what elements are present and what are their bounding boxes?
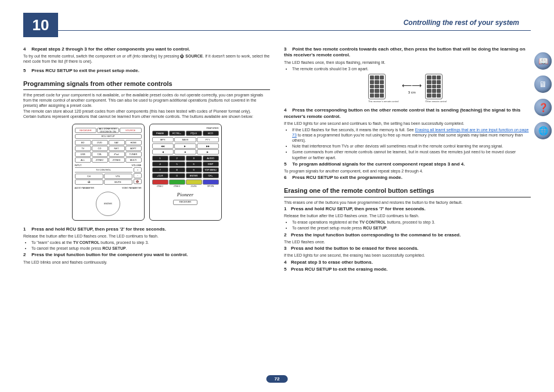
globe-icon[interactable]: 🌐 (534, 122, 552, 139)
heading-programming: Programming signals from other remote co… (23, 80, 270, 90)
heading-erasing: Erasing one of the remote control button… (284, 186, 531, 197)
link-erase-all[interactable]: Erasing all learnt settings that are in … (415, 128, 513, 132)
computer-icon[interactable]: 🖥 (534, 75, 552, 93)
double-arrow-icon: ⟵⟶ (402, 81, 422, 91)
step-4-body: To try out the remote control, switch th… (23, 53, 270, 64)
step-5: 5 Press RCU SETUP to exit the preset set… (23, 68, 270, 74)
e-step-1: 1Press and hold RCU SETUP, then press '7… (284, 206, 531, 212)
right-column: 3 Point the two remote controls towards … (284, 45, 531, 369)
r-step-6: 6 Press RCU SETUP to exit the programmin… (284, 175, 531, 181)
r-step-3-bullets: The remote controls should be 3 cm apart… (292, 66, 531, 71)
e-step-4: 4Repeat step 3 to erase other buttons. (284, 260, 531, 265)
prog-p3: Certain buttons represent operations tha… (23, 114, 270, 119)
prog-p1: If the preset code for your component is… (23, 92, 270, 108)
chapter-number-box: 10 (23, 13, 58, 37)
mini-remote-icon (368, 74, 386, 99)
e-step-1-body: Release the button after the LED flashes… (284, 213, 531, 218)
r-step-4-body: If the LED lights for one second and con… (284, 121, 531, 126)
prog-step-2: 2 Press the input function button for th… (23, 252, 270, 258)
r-step-3: 3 Point the two remote controls towards … (284, 46, 531, 59)
e-step-3: 3Press and hold the button to be erased … (284, 246, 531, 251)
step-4: 4 Repeat steps 2 through 3 for the other… (23, 46, 270, 52)
e-step-2-body: The LED flashes once. (284, 239, 531, 244)
remote-top-half: RECEIVER ALL ZONE STBY DISCRETE ON SOURC… (72, 124, 145, 221)
erase-p: This erases one of the buttons you have … (284, 200, 531, 205)
remote-bottom-half: FEATURES PHASE FCTRL+ PQLS ECO MPXBASSPT… (149, 124, 222, 221)
book-icon[interactable]: 📖 (534, 52, 552, 70)
prog-step-1-body: Release the button after the LED flashes… (23, 233, 270, 239)
r-step-4: 4 Press the corresponding button on the … (284, 107, 531, 120)
e-step-3-body: If the LED lights for one second, the er… (284, 253, 531, 258)
remote-illustration: RECEIVER ALL ZONE STBY DISCRETE ON SOURC… (23, 124, 270, 221)
chapter-title: Controlling the rest of your system (404, 19, 519, 27)
left-column: 4 Repeat steps 2 through 3 for the other… (23, 45, 270, 369)
r-step-5: 5 To program additional signals for the … (284, 161, 531, 167)
prog-p2: The remote can store about 120 preset co… (23, 109, 270, 114)
prog-step-1: 1 Press and hold RCU SETUP, then press '… (23, 226, 270, 232)
r-step-5-body: To program signals for another component… (284, 168, 531, 174)
help-icon[interactable]: ❓ (534, 99, 552, 116)
nav-icon-rail: 📖 🖥 ❓ 🌐 (534, 52, 552, 139)
page-number: 72 (267, 375, 288, 383)
r-step-3-body: The LED flashes once, then stops flashin… (284, 60, 531, 65)
remote-distance-diagram: This receiver's remote control ⟵⟶ 3 cm O… (284, 74, 531, 103)
e-step-5: 5Press RCU SETUP to exit the erasing mod… (284, 267, 531, 272)
e-step-1-bullets: To erase operations registered at the TV… (292, 220, 531, 231)
r-step-4-bullets: If the LED flashes for five seconds, it … (292, 127, 531, 160)
e-step-2: 2Press the input function button corresp… (284, 232, 531, 238)
prog-step-2-body: The LED blinks once and flashes continuo… (23, 260, 270, 265)
prog-step-1-bullets: To "learn" codes at the TV CONTROL butto… (31, 240, 270, 251)
dpad-icon (96, 192, 120, 216)
title-rule (58, 30, 531, 31)
manual-page: 10 Controlling the rest of your system 📖… (0, 0, 554, 392)
content-columns: 4 Repeat steps 2 through 3 for the other… (23, 45, 531, 369)
mini-remote-icon (425, 74, 443, 99)
